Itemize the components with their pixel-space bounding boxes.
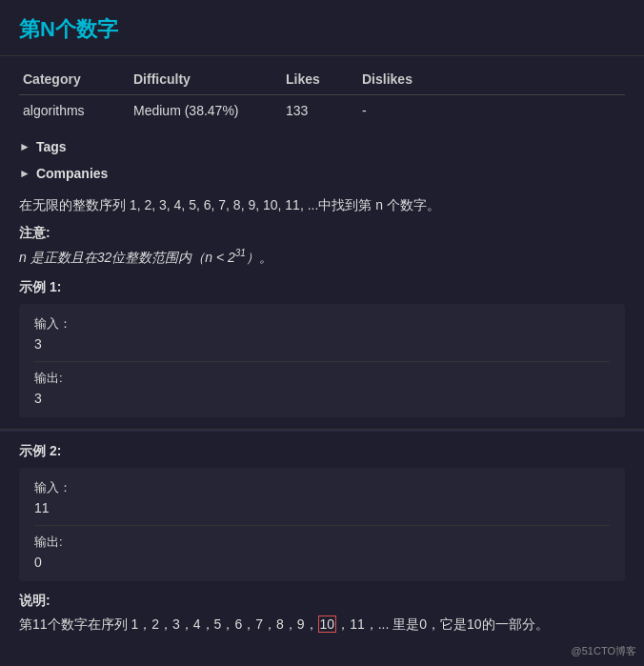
example1-divider xyxy=(34,361,610,362)
example2-header: 示例 2: xyxy=(19,443,625,460)
example2-input-value: 11 xyxy=(34,500,610,515)
example2-output-value: 0 xyxy=(34,555,610,570)
example1-box: 输入： 3 输出: 3 xyxy=(19,304,625,417)
col-header-difficulty: Difficulty xyxy=(133,64,286,95)
example2-output-label: 输出: xyxy=(34,534,610,551)
example1-input-label: 输入： xyxy=(34,315,610,333)
problem-description: 在无限的整数序列 1, 2, 3, 4, 5, 6, 7, 8, 9, 10, … xyxy=(19,194,625,215)
example1-output-value: 3 xyxy=(34,391,610,406)
page-title: 第N个数字 xyxy=(19,15,625,44)
explanation-text-before: 第11个数字在序列 1，2，3，4，5，6，7，8，9， xyxy=(19,616,318,632)
example1-output-label: 输出: xyxy=(34,370,610,387)
companies-arrow-icon: ► xyxy=(19,167,30,180)
example1-header: 示例 1: xyxy=(19,279,625,296)
companies-label: Companies xyxy=(36,166,108,181)
col-header-dislikes: Dislikes xyxy=(362,64,625,95)
cell-likes: 133 xyxy=(286,95,362,127)
example2-box: 输入： 11 输出: 0 xyxy=(19,468,625,581)
watermark: @51CTO博客 xyxy=(572,644,636,658)
cell-category: algorithms xyxy=(19,95,133,127)
explanation-label: 说明: xyxy=(19,593,625,610)
tags-arrow-icon: ► xyxy=(19,140,30,153)
col-header-likes: Likes xyxy=(286,64,362,95)
example2-section: 示例 2: 输入： 11 输出: 0 说明: 第11个数字在序列 1，2，3，4… xyxy=(0,430,644,646)
content-area: Category Difficulty Likes Dislikes algor… xyxy=(0,64,644,417)
note-label: 注意: xyxy=(19,225,625,242)
note-italic: n 是正数且在32位整数范围内（n < 231）。 xyxy=(19,250,272,265)
cell-difficulty: Medium (38.47%) xyxy=(133,95,286,127)
table-row: algorithms Medium (38.47%) 133 - xyxy=(19,95,625,127)
example1-section: 示例 1: 输入： 3 输出: 3 xyxy=(19,279,625,417)
explanation-text: 第11个数字在序列 1，2，3，4，5，6，7，8，9，10，11，... 里是… xyxy=(19,614,625,635)
note-text: n 是正数且在32位整数范围内（n < 231）。 xyxy=(19,246,625,268)
companies-row[interactable]: ► Companies xyxy=(19,160,625,187)
example2-input-label: 输入： xyxy=(34,479,610,496)
tags-row[interactable]: ► Tags xyxy=(19,133,625,160)
title-bar: 第N个数字 xyxy=(0,0,644,56)
cell-dislikes: - xyxy=(362,95,625,127)
explanation-highlight: 10 xyxy=(318,616,337,633)
col-header-category: Category xyxy=(19,64,133,95)
note-superscript: 31 xyxy=(235,248,246,258)
tags-label: Tags xyxy=(36,139,67,154)
note-italic-n: n < 2 xyxy=(205,250,235,265)
info-table: Category Difficulty Likes Dislikes algor… xyxy=(19,64,625,126)
explanation-section: 说明: 第11个数字在序列 1，2，3，4，5，6，7，8，9，10，11，..… xyxy=(19,593,625,646)
example2-divider xyxy=(34,525,610,526)
explanation-text-after: ，11，... 里是0，它是10的一部分。 xyxy=(336,616,549,632)
page-container: 第N个数字 Category Difficulty Likes Dislikes… xyxy=(0,0,644,666)
example1-input-value: 3 xyxy=(34,336,610,352)
